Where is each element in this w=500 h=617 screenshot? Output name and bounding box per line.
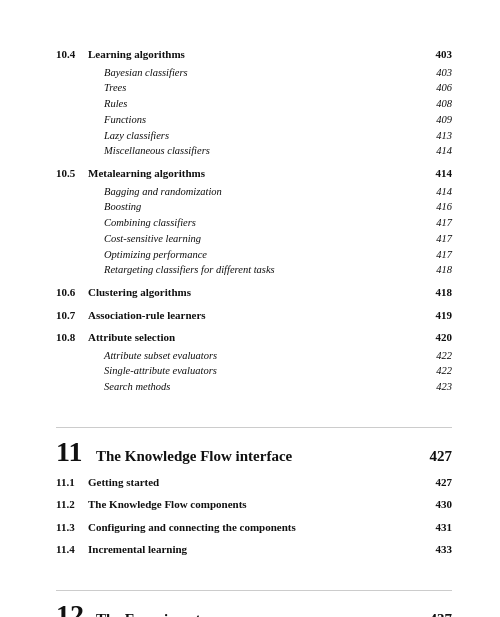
toc-sub-page: 422 [436,363,452,379]
chapter-item: 11.3Configuring and connecting the compo… [56,519,452,536]
toc-sub-page: 408 [436,96,452,112]
toc-sub-page: 422 [436,348,452,364]
chapter-items: 11.1Getting started42711.2The Knowledge … [56,474,452,558]
toc-sub-entry: Lazy classifiers413 [56,128,452,144]
toc-section-number: 10.4 [56,46,88,63]
chapter-page: 427 [430,448,453,465]
chapter-item: 11.1Getting started427 [56,474,452,491]
toc-main-entry: 10.8Attribute selection420 [56,329,452,346]
chapter-title: The Knowledge Flow interface [96,447,422,465]
toc-sub-title: Lazy classifiers [104,128,430,144]
toc-sub-title: Optimizing performance [104,247,430,263]
toc-sub-title: Rules [104,96,430,112]
toc-sub-title: Bayesian classifiers [104,65,430,81]
toc-sub-page: 414 [436,184,452,200]
toc-section-page: 419 [436,307,453,324]
chapter-item-page: 431 [436,519,453,536]
chapter-item-number: 11.3 [56,519,88,536]
toc-sub-entry: Combining classifiers417 [56,215,452,231]
toc-contents: 10.4Learning algorithms403Bayesian class… [56,46,452,395]
toc-sub-entry: Rules408 [56,96,452,112]
chapter-item-number: 11.4 [56,541,88,558]
toc-sub-title: Functions [104,112,430,128]
toc-sub-page: 417 [436,247,452,263]
chapters-contents: 11The Knowledge Flow interface42711.1Get… [56,417,452,617]
chapter-item: 11.2The Knowledge Flow components430 [56,496,452,513]
toc-main-entry: 10.4Learning algorithms403 [56,46,452,63]
chapter-item-entry: 11.2The Knowledge Flow components430 [56,496,452,513]
toc-sub-title: Trees [104,80,430,96]
chapter-header: 11The Knowledge Flow interface427 [56,438,452,466]
toc-sub-entry: Bayesian classifiers403 [56,65,452,81]
chapter-item-entry: 11.1Getting started427 [56,474,452,491]
toc-sub-title: Combining classifiers [104,215,430,231]
toc-sub-entry: Optimizing performance417 [56,247,452,263]
toc-sub-title: Bagging and randomization [104,184,430,200]
chapter-item-page: 433 [436,541,453,558]
chapter-number: 11 [56,438,96,466]
toc-sub-page: 413 [436,128,452,144]
chapter-section: 12The Experimenter43712.1Getting started… [56,580,452,617]
chapter-divider [56,590,452,591]
toc-sub-page: 417 [436,231,452,247]
toc-section: 10.8Attribute selection420Attribute subs… [56,329,452,395]
toc-sub-page: 416 [436,199,452,215]
toc-sub-entry: Functions409 [56,112,452,128]
toc-section-title: Metalearning algorithms [88,165,430,182]
toc-sub-entry: Search methods423 [56,379,452,395]
toc-main-entry: 10.7Association-rule learners419 [56,307,452,324]
toc-sub-title: Attribute subset evaluators [104,348,430,364]
toc-section: 10.7Association-rule learners419 [56,307,452,324]
toc-sub-page: 423 [436,379,452,395]
toc-section: 10.5Metalearning algorithms414Bagging an… [56,165,452,278]
toc-section-page: 403 [436,46,453,63]
toc-sub-page: 417 [436,215,452,231]
toc-section-title: Attribute selection [88,329,430,346]
chapter-item-page: 430 [436,496,453,513]
toc-sub-entry: Boosting416 [56,199,452,215]
chapter-item-entry: 11.3Configuring and connecting the compo… [56,519,452,536]
chapter-divider [56,427,452,428]
chapter-item-title: Incremental learning [88,541,430,558]
chapter-item-number: 11.2 [56,496,88,513]
toc-section-title: Clustering algorithms [88,284,430,301]
toc-section-page: 420 [436,329,453,346]
toc-sub-title: Miscellaneous classifiers [104,143,430,159]
toc-sub-entry: Retargeting classifiers for different ta… [56,262,452,278]
toc-section: 10.4Learning algorithms403Bayesian class… [56,46,452,159]
toc-sub-entry: Trees406 [56,80,452,96]
toc-section-page: 414 [436,165,453,182]
toc-section-number: 10.6 [56,284,88,301]
toc-sub-page: 418 [436,262,452,278]
chapter-item-page: 427 [436,474,453,491]
toc-sub-page: 414 [436,143,452,159]
toc-section-title: Association-rule learners [88,307,430,324]
toc-sub-page: 403 [436,65,452,81]
toc-main-entry: 10.5Metalearning algorithms414 [56,165,452,182]
toc-sub-entry: Cost-sensitive learning417 [56,231,452,247]
toc-section-number: 10.7 [56,307,88,324]
toc-sub-entry: Bagging and randomization414 [56,184,452,200]
toc-sub-title: Retargeting classifiers for different ta… [104,262,430,278]
toc-sub-title: Single-attribute evaluators [104,363,430,379]
chapter-item-title: Configuring and connecting the component… [88,519,430,536]
toc-sub-title: Boosting [104,199,430,215]
chapter-title: The Experimenter [96,610,422,617]
toc-section-page: 418 [436,284,453,301]
toc-section: 10.6Clustering algorithms418 [56,284,452,301]
chapter-item-title: Getting started [88,474,430,491]
chapter-number: 12 [56,601,96,617]
chapter-section: 11The Knowledge Flow interface42711.1Get… [56,417,452,558]
chapter-page: 437 [430,611,453,617]
toc-sub-title: Cost-sensitive learning [104,231,430,247]
toc-section-title: Learning algorithms [88,46,430,63]
toc-sub-page: 409 [436,112,452,128]
toc-section-number: 10.8 [56,329,88,346]
chapter-item: 11.4Incremental learning433 [56,541,452,558]
toc-main-entry: 10.6Clustering algorithms418 [56,284,452,301]
toc-sub-page: 406 [436,80,452,96]
toc-sub-entry: Single-attribute evaluators422 [56,363,452,379]
toc-sub-entry: Attribute subset evaluators422 [56,348,452,364]
chapter-header: 12The Experimenter437 [56,601,452,617]
toc-sub-entry: Miscellaneous classifiers414 [56,143,452,159]
